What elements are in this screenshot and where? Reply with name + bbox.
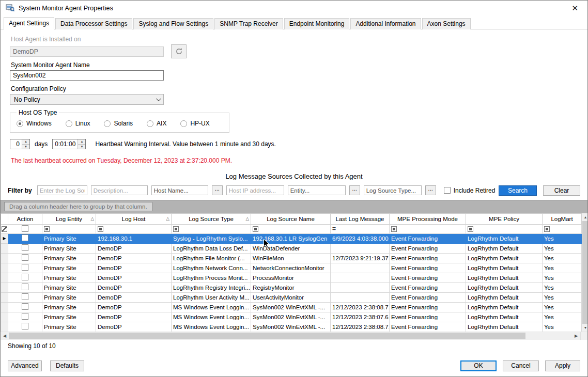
row-checkbox[interactable] (22, 264, 28, 271)
radio-solaris-icon[interactable] (104, 120, 111, 127)
host-ip-filter-input[interactable] (226, 185, 284, 195)
cell-last (331, 273, 390, 282)
advanced-button[interactable]: Advanced (8, 360, 42, 371)
tab-snmp-trap-receiver[interactable]: SNMP Trap Receiver (214, 18, 283, 29)
days-stepper[interactable]: 0 ▲▼ (10, 139, 30, 149)
host-name-filter-input[interactable] (151, 185, 208, 195)
select-all-checkbox[interactable] (22, 225, 28, 232)
horizontal-scroll-thumb[interactable] (9, 333, 525, 339)
row-checkbox[interactable] (22, 323, 28, 329)
column-header-log-entity[interactable]: Log Entity△ (42, 213, 96, 224)
row-checkbox[interactable] (22, 234, 28, 241)
table-row[interactable]: Primary SiteDemoDPLogRhythm File Monitor… (1, 253, 582, 263)
scroll-left-icon[interactable]: ◀ (1, 332, 9, 340)
filter-cell-log-entity[interactable] (42, 224, 96, 233)
radio-option-linux[interactable]: Linux (66, 120, 90, 127)
tab-data-processor-settings[interactable]: Data Processor Settings (55, 18, 132, 29)
column-header-last-log-message[interactable]: Last Log Message (331, 213, 390, 224)
horizontal-scrollbar[interactable]: ◀ ▶ (1, 332, 587, 340)
table-row[interactable]: Primary SiteDemoDPLogRhythm Network Conn… (1, 263, 582, 273)
filter-cell-logmart[interactable] (543, 224, 582, 233)
tab-syslog-and-flow-settings[interactable]: Syslog and Flow Settings (133, 18, 213, 29)
column-header-log-host[interactable]: Log Host△ (96, 213, 172, 224)
filter-cell-log-host[interactable] (96, 224, 172, 233)
row-checkbox[interactable] (22, 313, 28, 320)
host-name-browse-button[interactable]: ... (212, 185, 223, 195)
table-row[interactable]: Primary SiteDemoDPLogRhythm Registry Int… (1, 282, 582, 292)
row-checkbox[interactable] (22, 303, 28, 310)
scroll-up-icon[interactable]: ▲ (582, 213, 587, 221)
close-icon[interactable]: ✕ (568, 3, 581, 14)
column-header-logmart[interactable]: LogMart (543, 213, 582, 224)
apply-button[interactable]: Apply (545, 360, 580, 371)
filter-cell-log-source-type[interactable] (172, 224, 251, 233)
entity-filter-input[interactable] (288, 185, 346, 195)
column-header-mpe-processing-mode[interactable]: MPE Processing Mode (390, 213, 466, 224)
radio-option-hp-ux[interactable]: HP-UX (180, 120, 209, 127)
column-header-log-source-name[interactable]: Log Source Name (251, 213, 331, 224)
filter-cell-action[interactable] (8, 224, 42, 233)
radio-hp-ux-icon[interactable] (180, 120, 187, 127)
search-button[interactable]: Search (499, 185, 537, 196)
table-row[interactable]: Primary SiteDemoDPLogRhythm Data Loss De… (1, 243, 582, 253)
table-row[interactable]: Primary SiteDemoDPLogRhythm User Activit… (1, 292, 582, 302)
radio-option-aix[interactable]: AIX (147, 120, 166, 127)
radio-windows-icon[interactable] (17, 120, 23, 127)
spin-up-icon[interactable]: ▲ (22, 139, 29, 145)
column-header-log-source-type[interactable]: Log Source Type△ (172, 213, 251, 224)
days-label: days (35, 140, 48, 148)
log-source-type-filter-input[interactable] (364, 185, 422, 195)
tab-additional-information[interactable]: Additional Information (350, 18, 421, 29)
log-source-filter-input[interactable] (37, 185, 87, 195)
table-row[interactable]: Primary SiteDemoDPLogRhythm Process Moni… (1, 273, 582, 282)
radio-option-solaris[interactable]: Solaris (104, 120, 133, 127)
radio-option-windows[interactable]: Windows (17, 120, 52, 127)
spin-up-icon[interactable]: ▲ (78, 139, 85, 145)
clear-button[interactable]: Clear (543, 185, 580, 196)
radio-aix-icon[interactable] (147, 120, 153, 127)
config-policy-dropdown[interactable]: No Policy (10, 94, 164, 105)
cancel-button[interactable]: Cancel (503, 360, 539, 371)
include-retired-checkbox[interactable] (444, 187, 451, 194)
entity-browse-button[interactable]: ... (349, 185, 360, 195)
tab-agent-settings[interactable]: Agent Settings (4, 17, 54, 29)
table-row[interactable]: ▶Primary Site192.168.30.1Syslog - LogRhy… (1, 233, 582, 243)
spin-down-icon[interactable]: ▼ (78, 145, 85, 149)
scroll-down-icon[interactable]: ▼ (582, 324, 587, 332)
table-row[interactable]: Primary SiteDemoDPMS Windows Event Loggi… (1, 312, 582, 322)
filter-icon (98, 226, 103, 232)
defaults-button[interactable]: Defaults (50, 360, 84, 371)
row-checkbox[interactable] (22, 274, 28, 280)
description-filter-input[interactable] (91, 185, 148, 195)
column-header-label: Last Log Message (336, 216, 384, 222)
scroll-right-icon[interactable]: ▶ (572, 332, 580, 340)
tab-endpoint-monitoring[interactable]: Endpoint Monitoring (284, 18, 350, 29)
ok-button[interactable]: OK (460, 360, 497, 371)
table-row[interactable]: Primary SiteDemoDPMS Windows Event Loggi… (1, 302, 582, 312)
log-source-type-browse-button[interactable]: ... (425, 185, 436, 195)
vertical-scrollbar[interactable]: ▲ ▼ (582, 213, 587, 332)
filter-cell-mpe-processing-mode[interactable] (390, 224, 466, 233)
cell-policy: LogRhythm Default (466, 322, 543, 332)
filter-cell-last-log-message[interactable]: = (331, 224, 390, 233)
include-retired-option[interactable]: Include Retired (444, 187, 496, 194)
horizontal-scroll-track[interactable] (525, 332, 572, 340)
tab-axon-settings[interactable]: Axon Settings (422, 18, 471, 29)
row-checkbox[interactable] (22, 254, 28, 261)
agent-name-input[interactable] (10, 70, 164, 81)
column-header-mpe-policy[interactable]: MPE Policy (466, 213, 543, 224)
chevron-down-icon (156, 96, 161, 101)
radio-linux-icon[interactable] (66, 120, 72, 127)
vertical-scroll-thumb[interactable] (582, 221, 587, 324)
row-checkbox[interactable] (22, 244, 28, 251)
spin-down-icon[interactable]: ▼ (22, 145, 29, 149)
row-checkbox[interactable] (22, 284, 28, 290)
filter-cell-log-source-name[interactable] (251, 224, 331, 233)
cell-type: Syslog - LogRhythm Syslo... (172, 233, 251, 243)
refresh-agent-button[interactable] (171, 44, 187, 58)
filter-cell-mpe-policy[interactable] (466, 224, 543, 233)
row-checkbox[interactable] (22, 293, 28, 300)
column-header-action[interactable]: Action (8, 213, 42, 224)
table-row[interactable]: Primary SiteDemoDPMS Windows Event Loggi… (1, 322, 582, 332)
interval-stepper[interactable]: 0:01:00 ▲▼ (52, 139, 86, 149)
